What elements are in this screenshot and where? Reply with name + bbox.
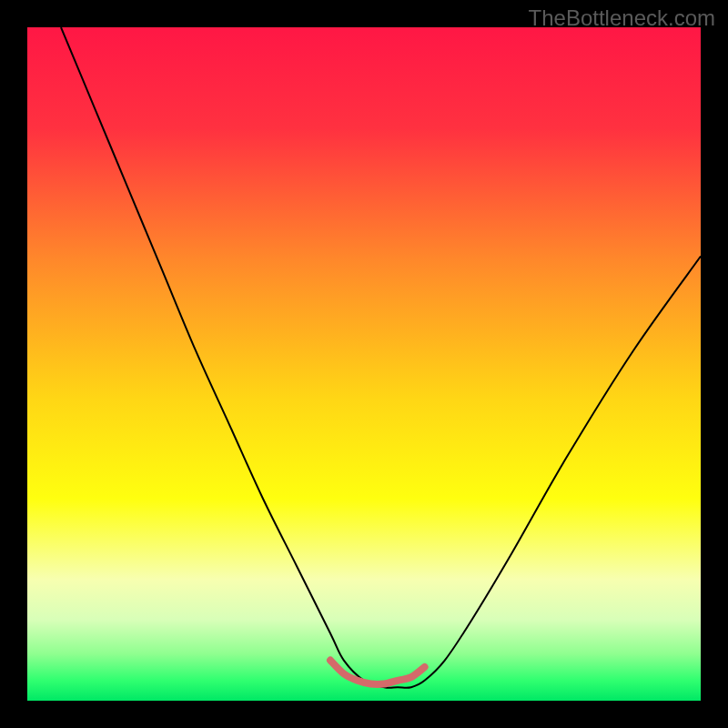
chart-curve-layer [27, 27, 701, 701]
chart-plot-area [27, 27, 701, 701]
watermark-text: TheBottleneck.com [529, 5, 715, 31]
sweet-spot-highlight [330, 661, 425, 684]
bottleneck-curve [61, 27, 701, 688]
